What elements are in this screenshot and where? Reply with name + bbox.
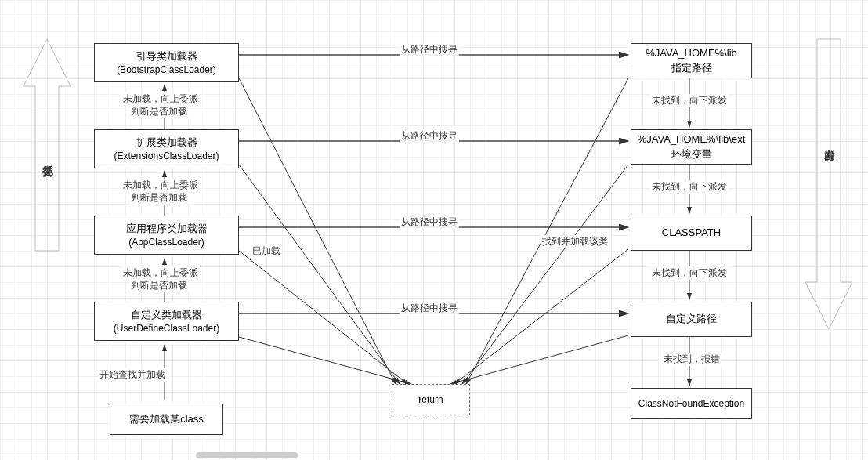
label-notfound-3: 未找到，向下派发 (650, 266, 729, 280)
label-start-load: 开始查找并加载 (98, 368, 167, 382)
box-need-class: 需要加载某class (110, 404, 223, 435)
svg-line-17 (462, 165, 628, 384)
label-found-load: 找到并加载该类 (541, 235, 609, 248)
svg-line-14 (239, 251, 407, 384)
box-cnf-exception: ClassNotFoundException (631, 388, 752, 419)
label-notfound-err: 未找到，报错 (662, 353, 722, 366)
box-classpath: CLASSPATH (631, 216, 752, 251)
label-delegate-1a: 未加载，向上委派 (121, 266, 200, 280)
box-title: 扩展类加载器 (136, 136, 197, 150)
label-delegate-1b: 判断是否加载 (129, 279, 189, 292)
box-user-loader: 自定义类加载器 (UserDefineClassLoader) (94, 302, 239, 341)
box-title: 自定义类加载器 (131, 308, 202, 322)
box-extension-loader: 扩展类加载器 (ExtensionsClassLoader) (94, 129, 239, 168)
label-search-2: 从路径中搜寻 (400, 129, 459, 143)
svg-line-13 (239, 165, 400, 384)
label-search-3: 从路径中搜寻 (400, 216, 459, 229)
box-title: 需要加载某class (129, 412, 204, 426)
box-title: 引导类加载器 (136, 49, 197, 63)
box-line2: 指定路径 (671, 61, 712, 75)
box-return: return (392, 384, 470, 415)
label-delegate-3a: 未加载，向上委派 (121, 92, 200, 106)
horizontal-scrollbar[interactable] (196, 452, 298, 458)
box-sub: (ExtensionsClassLoader) (114, 150, 219, 163)
label-search-4: 从路径中搜寻 (400, 302, 459, 315)
label-notfound-2: 未找到，向下派发 (650, 180, 729, 194)
box-bootstrap-loader: 引导类加载器 (BootstrapClassLoader) (94, 43, 239, 82)
box-sub: (AppClassLoader) (128, 236, 204, 249)
svg-line-12 (239, 78, 396, 384)
return-label: return (418, 394, 443, 405)
svg-line-16 (466, 78, 628, 384)
label-delegate-2b: 判断是否加载 (129, 191, 189, 205)
box-line1: CLASSPATH (662, 226, 721, 240)
label-delegate-2a: 未加载，向上委派 (121, 179, 200, 192)
box-line1: ClassNotFoundException (638, 397, 744, 411)
box-line1: %JAVA_HOME%\lib\ext (638, 132, 746, 147)
label-notfound-1: 未找到，向下派发 (650, 94, 729, 107)
label-loaded: 已加载 (251, 244, 282, 258)
box-javahome-ext: %JAVA_HOME%\lib\ext 环境变量 (631, 129, 752, 165)
label-search-1: 从路径中搜寻 (400, 43, 459, 56)
box-app-loader: 应用程序类加载器 (AppClassLoader) (94, 216, 239, 255)
box-javahome-lib: %JAVA_HOME%\lib 指定路径 (631, 43, 752, 78)
box-line2: 环境变量 (671, 147, 712, 161)
label-delegate-3b: 判断是否加载 (129, 105, 189, 118)
box-line1: %JAVA_HOME%\lib (646, 46, 737, 60)
svg-line-18 (454, 249, 628, 384)
svg-line-19 (450, 335, 628, 384)
box-line1: 自定义路径 (666, 312, 717, 326)
box-sub: (BootstrapClassLoader) (117, 63, 216, 77)
box-sub: (UserDefineClassLoader) (114, 322, 219, 335)
svg-line-15 (239, 337, 411, 384)
box-title: 应用程序类加载器 (126, 222, 208, 236)
box-custom-path: 自定义路径 (631, 302, 752, 337)
